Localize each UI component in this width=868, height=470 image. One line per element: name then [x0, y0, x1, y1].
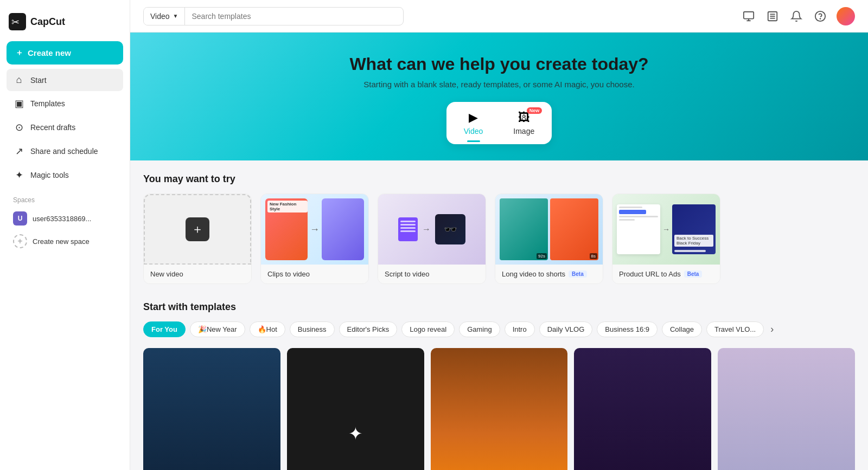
sidebar-item-magic-tools[interactable]: ✦ Magic tools	[7, 164, 123, 186]
templates-section-title: Start with templates	[143, 301, 855, 313]
list-icon[interactable]	[765, 9, 780, 24]
filter-more-button[interactable]: ›	[768, 321, 776, 337]
filter-intro[interactable]: Intro	[505, 321, 535, 337]
clips-card-label: Clips to video	[261, 265, 368, 284]
video-tab-icon: ▶	[469, 111, 478, 125]
duration-badge: 8s	[590, 253, 597, 259]
try-section-title: You may want to try	[143, 173, 855, 185]
filter-collage[interactable]: Collage	[662, 321, 702, 337]
new-badge: New	[527, 107, 542, 114]
chevron-down-icon: ▼	[173, 13, 178, 19]
filter-editors-picks[interactable]: Editor's Picks	[339, 321, 398, 337]
user-space-name: user6353318869...	[33, 215, 91, 223]
clip-thumb-2	[322, 198, 364, 260]
template-card-5[interactable]	[718, 348, 855, 470]
capcut-logo-icon: ✂	[9, 13, 26, 30]
template-card-1[interactable]	[143, 348, 280, 470]
sidebar-item-label: Magic tools	[30, 171, 69, 179]
beta-badge: Beta	[569, 271, 587, 278]
filter-gaming[interactable]: Gaming	[459, 321, 500, 337]
product-beta-badge: Beta	[684, 271, 703, 278]
filter-hot[interactable]: 🔥Hot	[250, 321, 285, 337]
sidebar-item-recent-drafts[interactable]: ⊙ Recent drafts	[7, 116, 123, 139]
filter-new-year[interactable]: 🎉New Year	[190, 321, 245, 337]
hero-banner: What can we help you create today? Start…	[130, 33, 868, 160]
sidebar-item-templates[interactable]: ▣ Templates	[7, 92, 123, 115]
tab-image[interactable]: New 🖼 Image	[505, 106, 543, 140]
long-card-label: Long video to shorts Beta	[495, 265, 603, 284]
svg-text:✂: ✂	[11, 17, 20, 28]
sidebar-item-start[interactable]: ⌂ Start	[7, 69, 123, 91]
magic-icon: ✦	[13, 169, 25, 181]
try-card-script-to-video[interactable]: → 🕶️ Script to video	[378, 194, 486, 284]
try-card-long-video-to-shorts[interactable]: 92s 8s Long video to shorts Beta	[495, 194, 603, 284]
try-section: You may want to try ＋ New video New Fash	[130, 160, 868, 288]
sidebar-item-share-schedule[interactable]: ↗ Share and schedule	[7, 140, 123, 163]
clock-icon: ⊙	[13, 121, 25, 133]
template-card-4[interactable]	[574, 348, 711, 470]
user-avatar[interactable]	[837, 7, 855, 25]
sidebar: ✂ CapCut ＋ Create new ⌂ Start ▣ Template…	[0, 0, 130, 470]
svg-rect-2	[744, 11, 754, 18]
product-doc	[617, 204, 660, 254]
script-card-label: Script to video	[378, 265, 486, 284]
spaces-label: Spaces	[7, 188, 123, 207]
long-card-image: 92s 8s	[495, 194, 603, 265]
share-icon: ↗	[13, 145, 25, 157]
filter-for-you[interactable]: For You	[143, 321, 186, 337]
filter-business-169[interactable]: Business 16:9	[597, 321, 658, 337]
template-card-3[interactable]	[431, 348, 568, 470]
search-type-button[interactable]: Video ▼	[144, 8, 185, 25]
create-new-label: Create new	[28, 48, 71, 57]
fashion-label: New Fashion Style	[267, 201, 308, 213]
try-card-clips-to-video[interactable]: New Fashion Style → Clips to video	[260, 194, 369, 284]
create-new-icon: ＋	[15, 48, 23, 58]
template-grid: ✦	[143, 348, 855, 470]
user-space-item[interactable]: U user6353318869...	[7, 207, 123, 230]
templates-section: Start with templates For You 🎉New Year 🔥…	[130, 288, 868, 470]
main-content: Video ▼ What can we help you create t	[130, 0, 868, 470]
try-card-product-url-to-ads[interactable]: → Back to Success Black Friday Product U…	[612, 194, 720, 284]
sidebar-item-label: Templates	[30, 99, 65, 108]
filter-travel-vlog[interactable]: Travel VLO...	[706, 321, 764, 337]
tab-video[interactable]: ▶ Video	[455, 106, 492, 140]
clips-card-image: New Fashion Style →	[261, 194, 368, 265]
topbar: Video ▼	[130, 0, 868, 33]
search-bar[interactable]: Video ▼	[143, 7, 404, 25]
filter-tabs: For You 🎉New Year 🔥Hot Business Editor's…	[143, 321, 855, 339]
try-card-new-video[interactable]: ＋ New video	[143, 194, 252, 284]
brand-name: CapCut	[30, 16, 65, 28]
time-badge: 92s	[537, 253, 547, 259]
plus-icon: ＋	[186, 217, 209, 241]
product-card-image: → Back to Success Black Friday	[612, 194, 720, 265]
sidebar-item-label: Start	[30, 76, 47, 85]
brand-logo[interactable]: ✂ CapCut	[7, 9, 123, 41]
long-thumb-2: 8s	[550, 198, 598, 260]
bell-icon[interactable]	[789, 9, 804, 24]
monitor-icon[interactable]	[741, 9, 756, 24]
new-video-label: New video	[144, 265, 251, 284]
video-tab-label: Video	[464, 127, 483, 136]
user-space-avatar: U	[13, 211, 27, 226]
create-new-button[interactable]: ＋ Create new	[7, 41, 123, 65]
filter-daily-vlog[interactable]: Daily VLOG	[539, 321, 593, 337]
script-inner: → 🕶️	[398, 214, 465, 244]
sidebar-item-label: Recent drafts	[30, 123, 75, 132]
search-input[interactable]	[185, 8, 403, 25]
script-card-image: → 🕶️	[378, 194, 486, 265]
long-thumb-1: 92s	[500, 198, 548, 260]
image-tab-label: Image	[513, 127, 534, 136]
topbar-actions	[741, 7, 855, 25]
sidebar-item-label: Share and schedule	[30, 147, 98, 156]
script-doc	[398, 217, 418, 241]
product-card-label: Product URL to Ads Beta	[612, 265, 720, 284]
filter-logo-reveal[interactable]: Logo reveal	[401, 321, 455, 337]
content-area: What can we help you create today? Start…	[130, 33, 868, 470]
filter-business[interactable]: Business	[290, 321, 335, 337]
hero-title: What can we help you create today?	[143, 54, 855, 74]
clip-thumb-1: New Fashion Style	[265, 198, 308, 260]
sunglass-preview: 🕶️	[435, 214, 465, 244]
help-icon[interactable]	[813, 9, 828, 24]
create-space-button[interactable]: + Create new space	[7, 230, 123, 253]
template-card-2[interactable]: ✦	[287, 348, 424, 470]
